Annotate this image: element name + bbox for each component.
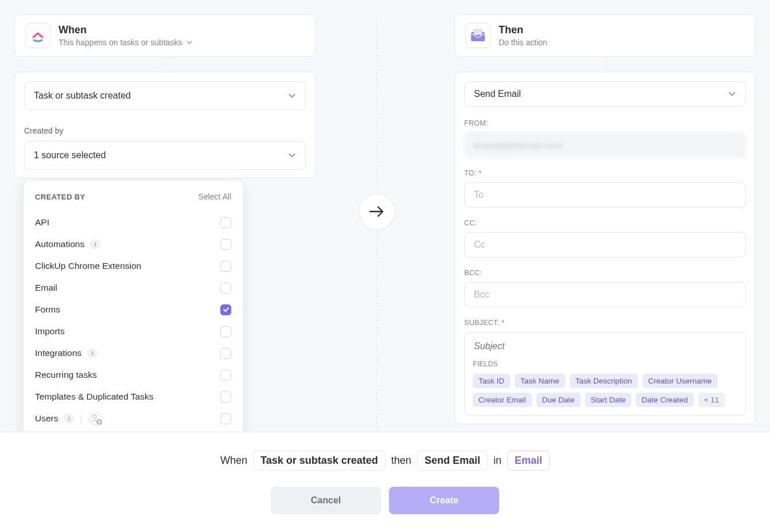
source-select[interactable]: 1 source selected: [24, 141, 306, 170]
bcc-input[interactable]: [464, 282, 746, 307]
summary-target-token[interactable]: Email: [507, 451, 550, 471]
clickup-logo: [25, 23, 50, 48]
from-input[interactable]: [464, 132, 746, 158]
option-label: Recurring tasks: [35, 370, 97, 380]
email-envelope-icon: [470, 29, 485, 42]
when-subtitle-row[interactable]: This happens on tasks or subtasks: [59, 38, 193, 47]
info-icon: i: [87, 348, 98, 358]
footer-bar: When Task or subtask created then Send E…: [0, 432, 770, 532]
then-subtitle: Do this action: [499, 38, 547, 47]
bcc-label: BCC:: [464, 269, 746, 277]
option-label: Email: [35, 283, 57, 293]
option-checkbox[interactable]: [220, 261, 231, 272]
summary-action-token[interactable]: Send Email: [417, 451, 488, 471]
action-select[interactable]: Send Email: [464, 81, 746, 107]
when-connector: [165, 57, 166, 72]
option-label: Automations: [35, 239, 84, 249]
field-chip[interactable]: Task Description: [570, 374, 638, 388]
cancel-button[interactable]: Cancel: [271, 487, 381, 514]
to-label: TO: *: [464, 169, 746, 177]
add-users-icon[interactable]: |: [80, 411, 103, 426]
summary-trigger-token[interactable]: Task or subtask created: [253, 451, 386, 471]
select-all-link[interactable]: Select All: [198, 192, 231, 201]
created-by-option[interactable]: ClickUp Chrome Extension: [35, 255, 231, 277]
chevron-down-icon: [728, 90, 736, 98]
summary-when: When: [220, 455, 247, 467]
subject-label: SUBJECT: *: [464, 319, 746, 327]
field-chip-more[interactable]: + 11: [698, 393, 725, 407]
option-label: API: [35, 217, 49, 228]
clickup-logo-icon: [31, 29, 45, 42]
summary-in: in: [493, 455, 501, 467]
field-chips: Task IDTask NameTask DescriptionCreator …: [473, 374, 737, 407]
option-checkbox[interactable]: [220, 217, 231, 228]
cc-input[interactable]: [464, 232, 746, 257]
option-checkbox[interactable]: [220, 370, 231, 381]
svg-point-3: [93, 415, 96, 418]
field-chip[interactable]: Task Name: [515, 374, 565, 388]
then-header-card: Then Do this action: [454, 14, 756, 57]
automation-summary: When Task or subtask created then Send E…: [220, 451, 550, 471]
created-by-label: Created by: [24, 126, 306, 135]
then-connector: [605, 57, 606, 72]
subject-area: FIELDS Task IDTask NameTask DescriptionC…: [464, 332, 746, 416]
option-label: ClickUp Chrome Extension: [35, 261, 141, 271]
created-by-option[interactable]: Email: [35, 277, 231, 299]
from-label: FROM:: [464, 119, 746, 127]
summary-then: then: [391, 455, 411, 467]
fields-heading: FIELDS: [473, 360, 737, 368]
option-checkbox[interactable]: [220, 413, 231, 424]
when-config-card: Task or subtask created Created by 1 sou…: [14, 72, 316, 178]
created-by-option[interactable]: Templates & Duplicated Tasks: [35, 386, 231, 408]
field-chip[interactable]: Due Date: [536, 393, 581, 407]
created-by-option[interactable]: Usersi|: [35, 408, 231, 429]
option-checkbox[interactable]: [220, 304, 231, 315]
option-checkbox[interactable]: [220, 239, 231, 250]
info-icon: i: [64, 413, 74, 424]
then-title: Then: [499, 24, 547, 37]
popover-title: CREATED BY: [35, 193, 85, 201]
then-config-card: Send Email FROM: TO: * CC: BCC: SUBJECT:…: [454, 72, 756, 424]
option-label: Forms: [35, 304, 60, 315]
created-by-popover: CREATED BY Select All APIAutomationsiCli…: [23, 180, 243, 438]
svg-rect-1: [474, 30, 482, 35]
arrow-right-icon: [368, 205, 386, 218]
source-select-value: 1 source selected: [34, 150, 106, 161]
field-chip[interactable]: Task ID: [473, 374, 510, 388]
option-checkbox[interactable]: [220, 392, 231, 402]
created-by-option[interactable]: Integrationsi: [35, 342, 231, 364]
field-chip[interactable]: Creator Username: [643, 374, 718, 388]
created-by-option[interactable]: Imports: [35, 320, 231, 342]
created-by-option[interactable]: Automationsi: [35, 233, 231, 255]
option-checkbox[interactable]: [220, 326, 231, 337]
created-by-option[interactable]: API: [35, 212, 231, 233]
action-select-value: Send Email: [474, 89, 521, 99]
option-label: Users: [35, 413, 58, 424]
when-subtitle: This happens on tasks or subtasks: [59, 38, 182, 47]
option-label: Integrations: [35, 348, 81, 358]
option-label: Imports: [35, 326, 65, 337]
field-chip[interactable]: Creator Email: [473, 393, 532, 407]
info-icon: i: [90, 239, 100, 249]
cc-label: CC:: [464, 219, 746, 227]
create-button[interactable]: Create: [389, 487, 499, 514]
trigger-select[interactable]: Task or subtask created: [24, 81, 306, 110]
option-checkbox[interactable]: [220, 283, 231, 294]
option-label: Templates & Duplicated Tasks: [35, 392, 153, 402]
chevron-down-icon: [288, 92, 296, 100]
when-header-card: When This happens on tasks or subtasks: [14, 14, 316, 57]
field-chip[interactable]: Date Created: [636, 393, 693, 407]
trigger-select-value: Task or subtask created: [34, 91, 131, 101]
flow-arrow: [359, 193, 395, 230]
created-by-option[interactable]: Recurring tasks: [35, 364, 231, 386]
email-app-icon: [465, 23, 491, 48]
field-chip[interactable]: Start Date: [585, 393, 632, 407]
created-by-option[interactable]: Forms: [35, 299, 231, 320]
subject-input[interactable]: [473, 341, 737, 352]
chevron-down-icon: [288, 151, 296, 159]
option-checkbox[interactable]: [220, 348, 231, 359]
chevron-down-icon: [186, 39, 193, 46]
to-input[interactable]: [464, 182, 746, 208]
then-column: Then Do this action Send Email FROM: TO:…: [454, 14, 756, 432]
when-title: When: [59, 24, 193, 37]
